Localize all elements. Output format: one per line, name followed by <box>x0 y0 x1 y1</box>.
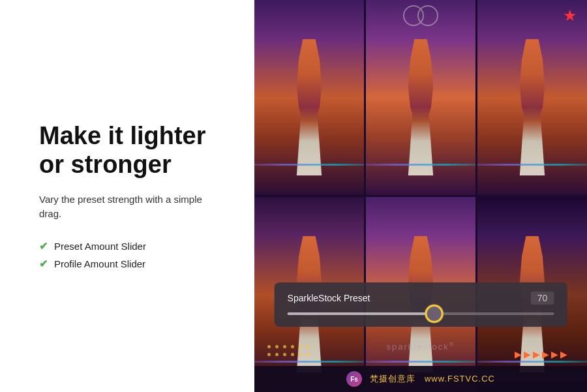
sparkle-watermark: sparklestock® <box>387 341 455 352</box>
headline: Make it lighteror stronger <box>39 122 222 179</box>
arrows-decoration: ▶ ▶ ▶ ▶ ▶ ▶ <box>515 349 567 359</box>
left-panel: Make it lighteror stronger Vary the pres… <box>0 0 254 392</box>
bottom-bar: Fs 梵摄创意库 www.FSTVC.CC <box>254 366 587 392</box>
feature-item-1: ✔ Preset Amount Slider <box>39 240 222 252</box>
slider-header: SparkleStock Preset 70 <box>288 292 554 305</box>
person-silhouette-3 <box>511 39 553 175</box>
slider-track <box>288 312 554 315</box>
dot-11 <box>299 353 302 356</box>
arrow-5: ▶ <box>551 349 558 359</box>
dot-9 <box>283 353 286 356</box>
photo-1 <box>254 0 364 195</box>
arrow-2: ▶ <box>524 349 531 359</box>
feature-label-2: Profile Amount Slider <box>54 258 145 269</box>
dot-2 <box>275 345 278 348</box>
dot-1 <box>267 345 271 348</box>
arrow-3: ▶ <box>533 349 540 359</box>
slider-label: SparkleStock Preset <box>288 293 370 303</box>
feature-list: ✔ Preset Amount Slider ✔ Profile Amount … <box>39 240 222 270</box>
dot-8 <box>275 353 278 356</box>
arrow-1: ▶ <box>515 349 522 359</box>
dot-4 <box>291 345 294 348</box>
light-beam-2 <box>366 164 475 166</box>
light-beam-6 <box>477 361 587 363</box>
image-grid <box>254 0 587 392</box>
arrow-4: ▶ <box>542 349 549 359</box>
bottom-bar-text: 梵摄创意库 www.FSTVC.CC <box>370 373 495 385</box>
checkmark-icon-1: ✔ <box>39 240 48 252</box>
person-silhouette-1 <box>288 39 330 175</box>
grid-cell-2 <box>366 0 475 195</box>
light-beam-3 <box>477 164 587 166</box>
circles-decoration <box>403 5 438 26</box>
dot-5 <box>299 345 302 348</box>
slider-fill <box>288 312 434 315</box>
photo-3 <box>477 0 587 195</box>
light-beam-5 <box>366 361 475 363</box>
bottom-bar-brand: 梵摄创意库 <box>370 374 415 384</box>
grid-cell-1 <box>254 0 364 195</box>
dot-10 <box>291 353 294 356</box>
dot-12 <box>307 353 310 356</box>
slider-value: 70 <box>531 292 554 305</box>
slider-thumb[interactable] <box>425 305 443 323</box>
circle-icon-right <box>417 5 438 26</box>
slider-track-container[interactable] <box>288 312 554 315</box>
feature-label-1: Preset Amount Slider <box>54 241 146 252</box>
dot-7 <box>267 353 271 356</box>
dots-decoration <box>267 345 312 366</box>
checkmark-icon-2: ✔ <box>39 258 48 270</box>
watermark-text: sparklestock® <box>387 342 455 352</box>
subtext: Vary the preset strength with a simple d… <box>39 192 222 222</box>
dot-3 <box>283 345 286 348</box>
main-layout: Make it lighteror stronger Vary the pres… <box>0 0 587 392</box>
person-silhouette-2 <box>400 39 442 175</box>
bottom-bar-url: www.FSTVC.CC <box>425 374 495 384</box>
feature-item-2: ✔ Profile Amount Slider <box>39 258 222 270</box>
star-decoration: ★ <box>563 7 577 25</box>
photo-2 <box>366 0 475 195</box>
dot-6 <box>307 345 310 348</box>
bottom-bar-logo: Fs <box>346 371 362 387</box>
arrow-6: ▶ <box>560 349 567 359</box>
preset-slider-overlay: SparkleStock Preset 70 <box>275 282 567 327</box>
right-panel: ★ <box>254 0 587 392</box>
grid-cell-3 <box>477 0 587 195</box>
light-beam-1 <box>254 164 364 166</box>
